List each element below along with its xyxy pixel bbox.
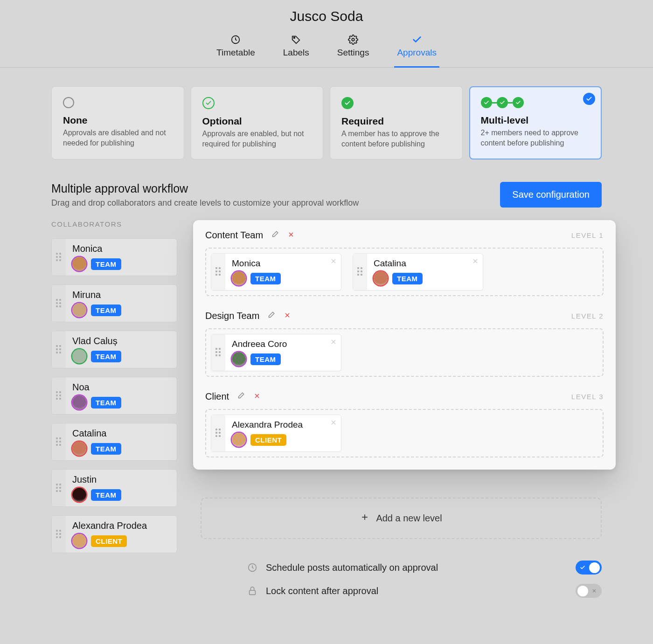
tab-approvals[interactable]: Approvals [397, 35, 437, 67]
mode-card-optional[interactable]: Optional Approvals are enabled, but not … [191, 86, 324, 159]
section-title: Multiple approval workflow [51, 182, 359, 195]
approval-level: Content Team LEVEL 1 Monica TEAM [205, 229, 604, 296]
drag-handle-icon[interactable] [353, 254, 367, 290]
tab-label: Timetable [216, 48, 255, 58]
collaborators-heading: COLLABORATORS [51, 220, 177, 228]
levels-card: Content Team LEVEL 1 Monica TEAM [193, 220, 616, 470]
tag-icon [291, 35, 301, 45]
level-index-label: LEVEL 2 [571, 312, 604, 320]
level-index-label: LEVEL 1 [571, 231, 604, 239]
collaborator-card[interactable]: Miruna TEAM [51, 284, 177, 322]
edit-level-button[interactable] [266, 310, 276, 322]
add-level-row: Add a new level [201, 498, 602, 539]
check-circle-outline-icon [202, 97, 215, 109]
drag-handle-icon[interactable] [52, 331, 66, 368]
role-tag: CLIENT [91, 535, 127, 547]
remove-member-button[interactable] [472, 257, 479, 267]
mode-card-multi[interactable]: Multi-level 2+ members need to approve c… [469, 86, 602, 159]
member-name: Monica [232, 258, 334, 269]
role-tag: TEAM [91, 397, 121, 409]
plus-icon [360, 512, 369, 524]
collaborator-card[interactable]: Catalina TEAM [51, 423, 177, 461]
drag-handle-icon[interactable] [52, 239, 66, 276]
approval-level: Client LEVEL 3 Alexandra Prodea CLIENT [205, 391, 604, 457]
check-icon [412, 35, 422, 45]
tabs-bar: TimetableLabelsSettingsApprovals [0, 35, 653, 68]
pencil-icon [236, 395, 245, 402]
drag-handle-icon[interactable] [211, 254, 225, 290]
edit-level-button[interactable] [236, 391, 246, 402]
collaborator-name: Monica [72, 243, 170, 254]
delete-level-button[interactable] [286, 230, 296, 241]
svg-rect-20 [250, 590, 256, 595]
delete-level-button[interactable] [283, 311, 292, 321]
delete-level-button[interactable] [252, 391, 262, 402]
collaborator-card[interactable]: Justin TEAM [51, 469, 177, 507]
remove-member-button[interactable] [330, 257, 337, 267]
check-circle-filled-icon [341, 97, 354, 109]
workflow-row: COLLABORATORS Monica TEAM Miruna TEAM Vl… [51, 220, 602, 602]
multi-check-icon [481, 97, 524, 108]
approval-level: Design Team LEVEL 2 Andreea Coro TEAM [205, 310, 604, 377]
level-member-card[interactable]: Alexandra Prodea CLIENT [211, 415, 341, 452]
drag-handle-icon[interactable] [52, 470, 66, 506]
avatar [72, 488, 86, 502]
level-name: Client [205, 391, 229, 402]
collaborator-card[interactable]: Alexandra Prodea CLIENT [51, 515, 177, 553]
svg-point-2 [352, 38, 354, 41]
level-member-card[interactable]: Monica TEAM [211, 253, 341, 291]
setting-row: Schedule posts automatically on approval [247, 556, 602, 579]
mode-title: Optional [202, 116, 312, 127]
collaborator-name: Miruna [72, 290, 170, 300]
drag-handle-icon[interactable] [52, 285, 66, 322]
role-tag: TEAM [91, 258, 121, 270]
collaborator-card[interactable]: Vlad Caluș TEAM [51, 331, 177, 368]
level-member-card[interactable]: Andreea Coro TEAM [211, 334, 341, 371]
page-root: Jusco Soda TimetableLabelsSettingsApprov… [0, 0, 653, 630]
avatar [72, 395, 86, 409]
collaborator-card[interactable]: Noa TEAM [51, 377, 177, 415]
mode-desc: Approvals are enabled, but not required … [202, 129, 312, 149]
remove-member-button[interactable] [330, 419, 337, 428]
setting-toggle[interactable] [576, 584, 602, 598]
save-configuration-button[interactable]: Save configuration [500, 182, 602, 208]
clock-icon [247, 562, 257, 573]
avatar [72, 257, 86, 271]
drag-handle-icon[interactable] [52, 423, 66, 460]
level-dropzone[interactable]: Monica TEAM Catalina TEAM [205, 248, 604, 296]
mode-card-required[interactable]: Required A member has to approve the con… [330, 86, 463, 159]
level-dropzone[interactable]: Andreea Coro TEAM [205, 328, 604, 377]
mode-card-none[interactable]: None Approvals are disabled and not need… [51, 86, 184, 159]
role-tag: TEAM [392, 273, 423, 284]
svg-point-1 [293, 37, 295, 39]
collaborators-list: Monica TEAM Miruna TEAM Vlad Caluș TEAM … [51, 238, 177, 553]
level-member-card[interactable]: Catalina TEAM [353, 253, 483, 291]
level-name: Content Team [205, 230, 263, 241]
tab-label: Approvals [397, 48, 437, 58]
role-tag: TEAM [91, 305, 121, 316]
role-tag: TEAM [250, 353, 281, 365]
collaborator-name: Alexandra Prodea [72, 520, 170, 531]
role-tag: TEAM [91, 443, 121, 455]
level-dropzone[interactable]: Alexandra Prodea CLIENT [205, 409, 604, 457]
clock-icon [230, 35, 241, 45]
member-name: Alexandra Prodea [232, 420, 334, 430]
avatar [232, 433, 246, 447]
drag-handle-icon[interactable] [211, 334, 225, 371]
tab-labels[interactable]: Labels [283, 35, 309, 67]
edit-level-button[interactable] [270, 229, 280, 241]
collaborator-name: Justin [72, 474, 170, 485]
lock-icon [247, 586, 257, 596]
add-level-label: Add a new level [376, 513, 442, 524]
collaborator-card[interactable]: Monica TEAM [51, 238, 177, 276]
drag-handle-icon[interactable] [52, 516, 66, 553]
add-level-button[interactable]: Add a new level [201, 498, 602, 539]
tab-settings[interactable]: Settings [337, 35, 369, 67]
drag-handle-icon[interactable] [52, 377, 66, 414]
level-name: Design Team [205, 311, 259, 321]
tab-timetable[interactable]: Timetable [216, 35, 255, 67]
setting-toggle[interactable] [576, 561, 602, 575]
avatar [232, 271, 246, 285]
remove-member-button[interactable] [330, 338, 337, 347]
drag-handle-icon[interactable] [211, 415, 225, 451]
